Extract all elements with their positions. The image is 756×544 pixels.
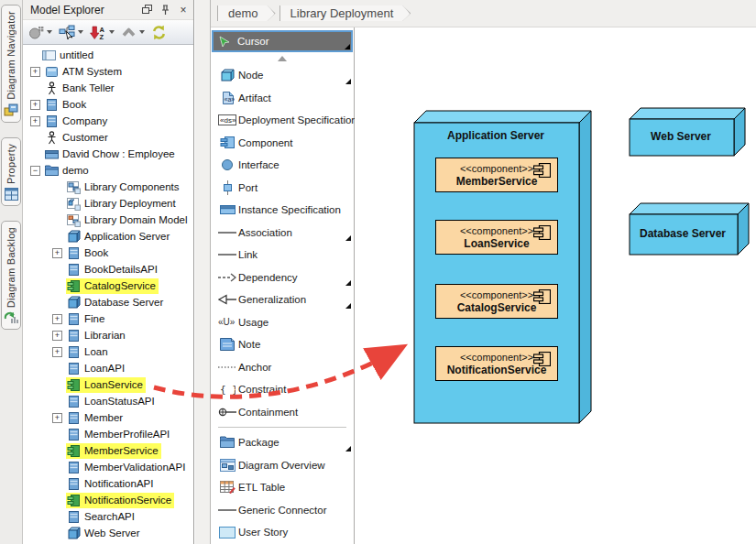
tree-item-memberprofileapi[interactable]: MemberProfileAPI <box>23 426 193 442</box>
palette-tool-note[interactable]: Note <box>211 333 354 356</box>
side-tab-property[interactable]: Property <box>1 137 21 206</box>
uml-component-notificationservice[interactable]: <<component>> NotificationService <box>435 346 558 381</box>
collapse-button[interactable] <box>121 26 145 38</box>
tree-item-searchapi[interactable]: SearchAPI <box>23 508 193 525</box>
tree-item-customer[interactable]: Customer <box>23 129 193 146</box>
tree-item-book[interactable]: +Book <box>23 96 193 113</box>
tree-item-loanservice[interactable]: LoanService <box>23 376 193 393</box>
pin-icon[interactable] <box>159 4 171 16</box>
model-structure-button[interactable] <box>59 25 83 39</box>
tree-item-librarian[interactable]: +Librarian <box>23 327 193 343</box>
expand-toggle[interactable]: + <box>52 413 62 423</box>
palette-tool-label: User Story <box>238 527 288 538</box>
side-tab-diagram-navigator[interactable]: Diagram Navigator <box>1 5 21 123</box>
breadcrumb-library-deployment[interactable]: Library Deployment <box>279 5 411 21</box>
palette-tool-node[interactable]: Node <box>211 64 354 87</box>
palette-tool-instance-specification[interactable]: Instance Specification <box>211 199 354 222</box>
panel-splitter[interactable] <box>195 0 211 544</box>
palette-scroll-up[interactable] <box>211 52 354 64</box>
side-tab-label: Property <box>5 144 16 184</box>
tree-item-book[interactable]: +Book <box>23 245 193 261</box>
palette-tool-containment[interactable]: Containment <box>211 401 354 424</box>
palette-tool-interface[interactable]: Interface <box>211 154 354 177</box>
palette-tool-link[interactable]: Link <box>211 244 354 267</box>
expand-toggle[interactable]: + <box>30 100 40 110</box>
palette-tool-port[interactable]: Port <box>211 177 354 200</box>
close-icon[interactable]: × <box>177 4 190 16</box>
tree-item-catalogservice[interactable]: CatalogService <box>23 277 193 294</box>
uml-component-memberservice[interactable]: <<component>> MemberService <box>435 158 558 192</box>
new-element-button[interactable] <box>28 25 52 40</box>
palette-tool-package[interactable]: Package <box>211 431 354 454</box>
tree-item-library-components[interactable]: Library Components <box>23 179 193 195</box>
uml-component-glyph-icon <box>533 352 551 368</box>
item: Librarian <box>66 328 128 343</box>
tree-item-loan[interactable]: +Loan <box>23 343 193 360</box>
tree-item-notificationapi[interactable]: NotificationAPI <box>23 475 193 492</box>
palette-tool-usage[interactable]: «U»Usage <box>211 311 354 334</box>
tree-item-notificationservice[interactable]: NotificationService <box>23 492 193 508</box>
palette-tool-diagram-overview[interactable]: Diagram Overview <box>211 454 354 477</box>
tree-item-atm-system[interactable]: +ATM System <box>23 63 193 80</box>
palette-tool-generalization[interactable]: Generalization <box>211 288 354 311</box>
palette-tool-dependency[interactable]: Dependency <box>211 267 354 289</box>
artifact-icon: «a» <box>216 91 238 105</box>
new-element-icon <box>28 25 44 40</box>
float-window-icon[interactable] <box>140 4 153 16</box>
palette-tool-association[interactable]: Association <box>211 222 354 245</box>
palette-tool-component[interactable]: Component <box>211 132 354 155</box>
diagram-canvas[interactable]: Application Server Web Server Database S… <box>355 27 756 544</box>
component-stereotype: <<component>> <box>460 163 533 174</box>
item: BookDetailsAPI <box>66 262 160 277</box>
refresh-button[interactable] <box>151 25 167 40</box>
tree-item-web-server[interactable]: Web Server <box>23 525 193 541</box>
uml-node-database-server[interactable]: Database Server <box>629 202 748 254</box>
tree-item-demo[interactable]: −demo <box>23 162 193 179</box>
expand-toggle[interactable]: + <box>52 248 62 258</box>
tree-item-david-chow-employee[interactable]: David Chow : Employee <box>23 146 193 162</box>
palette-tool-label: Component <box>238 137 292 148</box>
collapse-toggle[interactable]: − <box>30 166 40 176</box>
tree-item-loanapi[interactable]: LoanAPI <box>23 360 193 376</box>
expand-toggle[interactable]: + <box>52 347 62 357</box>
palette-cursor-tool[interactable]: Cursor <box>212 30 353 52</box>
tree-item-memberservice[interactable]: MemberService <box>23 442 193 459</box>
tree-item-label: untitled <box>60 49 93 60</box>
uml-node-web-server[interactable]: Web Server <box>629 107 744 155</box>
dropdown-arrow-icon <box>139 30 145 34</box>
uml-component-loanservice[interactable]: <<component>> LoanService <box>435 220 558 255</box>
tree-item-database-server[interactable]: Database Server <box>23 294 193 310</box>
side-tab-diagram-backlog[interactable]: Diagram Backlog <box>1 221 21 330</box>
tree-item-fine[interactable]: +Fine <box>23 310 193 327</box>
tree-item-member[interactable]: +Member <box>23 409 193 426</box>
palette-tool-etl-table[interactable]: ETL Table <box>211 476 354 499</box>
palette-tool-label: Anchor <box>238 362 271 373</box>
uml-component-catalogservice[interactable]: <<component>> CatalogService <box>435 284 558 319</box>
item: MemberProfileAPI <box>66 427 172 442</box>
palette-tool-deployment-specification[interactable]: «ds»Deployment Specification <box>211 109 354 132</box>
tree-item-library-deployment[interactable]: Library Deployment <box>23 195 193 212</box>
tree-item-application-server[interactable]: Application Server <box>23 228 193 245</box>
tree-item-company[interactable]: +Company <box>23 113 193 129</box>
actor-icon <box>45 82 59 95</box>
expand-toggle[interactable]: + <box>52 331 62 341</box>
tree-item-loanstatusapi[interactable]: LoanStatusAPI <box>23 393 193 409</box>
expand-toggle[interactable]: + <box>52 314 62 324</box>
expand-toggle[interactable]: + <box>30 67 40 77</box>
palette-tool-anchor[interactable]: Anchor <box>211 356 354 379</box>
tree-item-bookdetailsapi[interactable]: BookDetailsAPI <box>23 261 193 277</box>
palette-tool-user-story[interactable]: User Story <box>211 521 354 544</box>
breadcrumb-demo[interactable]: demo <box>217 5 276 21</box>
palette-tool-artifact[interactable]: «a»Artifact <box>211 87 354 110</box>
sort-button[interactable]: AZ <box>90 25 115 40</box>
expand-toggle[interactable]: + <box>30 116 40 126</box>
tree-item-label: Member <box>84 412 123 423</box>
palette-tool-generic-connector[interactable]: Generic Connector <box>211 499 354 522</box>
model-tree: untitled+ATM SystemBank Teller+Book+Comp… <box>23 45 193 544</box>
palette-tool-constraint[interactable]: { }Constraint <box>211 378 354 401</box>
tree-item-bank-teller[interactable]: Bank Teller <box>23 80 193 96</box>
item: Book <box>66 245 111 261</box>
tree-item-library-domain-model[interactable]: Library Domain Model <box>23 212 193 228</box>
tree-item-untitled[interactable]: untitled <box>23 47 193 63</box>
tree-item-membervalidationapi[interactable]: MemberValidationAPI <box>23 459 193 475</box>
